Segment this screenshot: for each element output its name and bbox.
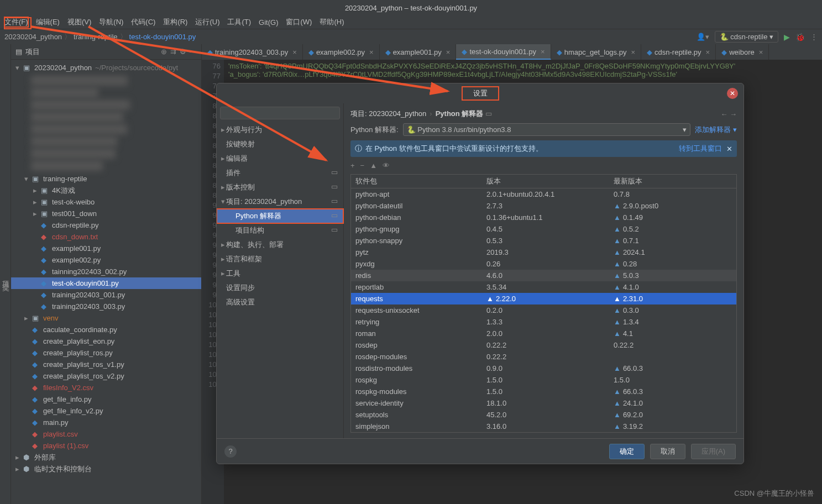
breadcrumb-item[interactable]: traning-reptile bbox=[74, 33, 127, 41]
tree-item[interactable]: ◆playlist.csv bbox=[11, 428, 201, 440]
apply-button[interactable]: 应用(A) bbox=[691, 444, 736, 459]
locate-icon[interactable]: ⊕ bbox=[161, 48, 167, 56]
menu-item[interactable]: 窗口(W) bbox=[286, 17, 312, 27]
tree-item[interactable]: ▸▣venv bbox=[11, 312, 201, 324]
tree-item[interactable]: ▸▣test-ok-weibo bbox=[11, 196, 201, 208]
tree-item[interactable]: ◆create_playlist_ros_v1.py bbox=[11, 359, 201, 370]
editor-tab[interactable]: ◆cdsn-reptile.py× bbox=[641, 44, 716, 60]
editor-tab[interactable]: ◆test-ok-douyin001.py× bbox=[456, 44, 551, 60]
tree-item[interactable]: ◆get_file_info.py bbox=[11, 393, 201, 405]
tree-item[interactable]: ◆playlist (1).csv bbox=[11, 440, 201, 452]
editor-tab[interactable]: ◆training202403_003.py× bbox=[202, 44, 303, 60]
editor-tab[interactable]: ◆weibore× bbox=[716, 44, 769, 60]
close-icon[interactable]: ✕ bbox=[727, 88, 738, 99]
tree-item[interactable]: ◆caculate_coordinate.py bbox=[11, 324, 201, 335]
menu-item[interactable]: 工具(T) bbox=[227, 17, 251, 27]
project-tree[interactable]: ▾▣20230204_python~/Projects/sourcecode/p… bbox=[11, 60, 201, 504]
tree-item[interactable]: ◆filesInfo_V2.csv bbox=[11, 382, 201, 393]
ok-button[interactable]: 确定 bbox=[609, 444, 645, 459]
help-icon[interactable]: ? bbox=[224, 445, 237, 458]
settings-subcategory[interactable]: 项目结构▭ bbox=[217, 223, 343, 238]
tree-item[interactable]: ▸▣test001_down bbox=[11, 208, 201, 219]
upgrade-pkg-icon[interactable]: ▲ bbox=[370, 161, 377, 170]
table-row[interactable]: redis4.6.0▲5.0.3 bbox=[351, 270, 736, 281]
table-row[interactable]: pytz2019.3▲2024.1 bbox=[351, 246, 736, 258]
show-early-icon[interactable]: 👁 bbox=[383, 161, 390, 170]
table-row[interactable]: python-snappy0.5.3▲0.7.1 bbox=[351, 235, 736, 246]
run-icon[interactable]: ▶ bbox=[784, 33, 790, 41]
editor-tab[interactable]: ◆example001.py× bbox=[380, 44, 457, 60]
table-row[interactable]: rospkg1.5.01.5.0 bbox=[351, 374, 736, 386]
settings-category[interactable]: ▸按键映射 bbox=[217, 137, 343, 151]
menu-item[interactable]: 文件(F) bbox=[4, 17, 28, 27]
settings-category[interactable]: ▸外观与行为 bbox=[217, 123, 343, 137]
table-row[interactable]: pyxdg0.26▲0.28 bbox=[351, 258, 736, 270]
settings-category[interactable]: ▸语言和框架 bbox=[217, 252, 343, 266]
settings-category[interactable]: ▸高级设置 bbox=[217, 295, 343, 309]
cancel-button[interactable]: 取消 bbox=[650, 444, 685, 459]
table-row[interactable]: rosdep-modules0.22.2 bbox=[351, 351, 736, 363]
interpreter-combo[interactable]: 🐍 Python 3.8 /usr/bin/python3.8▾ bbox=[403, 123, 691, 136]
menu-item[interactable]: 视图(V) bbox=[67, 17, 91, 27]
settings-subcategory[interactable]: Python 解释器▭ bbox=[217, 209, 343, 223]
debug-icon[interactable]: 🐞 bbox=[795, 33, 805, 41]
table-row[interactable]: simplejson3.16.0▲3.19.2 bbox=[351, 421, 736, 432]
settings-category[interactable]: ▸设置同步 bbox=[217, 281, 343, 295]
table-row[interactable]: rospkg-modules1.5.0▲66.0.3 bbox=[351, 386, 736, 397]
table-row[interactable]: service-identity18.1.0▲24.1.0 bbox=[351, 397, 736, 409]
settings-category[interactable]: ▸工具 bbox=[217, 266, 343, 281]
table-row[interactable]: reportlab3.5.34▲4.1.0 bbox=[351, 281, 736, 293]
breadcrumb-item[interactable]: test-ok-douyin001.py bbox=[129, 33, 198, 41]
banner-close-icon[interactable]: ✕ bbox=[726, 145, 732, 153]
settings-search-input[interactable] bbox=[220, 107, 340, 119]
tree-item[interactable]: ▸▣4K游戏 bbox=[11, 185, 201, 196]
tree-item[interactable]: ◆create_playlist_ros_v2.py bbox=[11, 370, 201, 382]
table-row[interactable]: roman2.0.0▲4.1 bbox=[351, 328, 736, 339]
package-table[interactable]: 软件包 版本 最新版本 python-apt2.0.1+ubuntu0.20.4… bbox=[350, 174, 737, 433]
tree-item[interactable]: ◆cdsn_down.txt bbox=[11, 231, 201, 243]
remove-pkg-icon[interactable]: − bbox=[360, 161, 365, 170]
menu-item[interactable]: 帮助(H) bbox=[320, 17, 344, 27]
menu-item[interactable]: 编辑(E) bbox=[36, 17, 60, 27]
settings-category[interactable]: ▸版本控制▭ bbox=[217, 180, 343, 195]
editor-tab[interactable]: ◆hmapc_get_logs.py× bbox=[551, 44, 641, 60]
menu-item[interactable]: 导航(N) bbox=[99, 17, 123, 27]
tree-item[interactable]: ▾▣traning-reptile bbox=[11, 173, 201, 185]
tree-item[interactable]: ◆main.py bbox=[11, 417, 201, 428]
tree-item[interactable]: ◆example001.py bbox=[11, 243, 201, 254]
menu-item[interactable]: 运行(U) bbox=[195, 17, 219, 27]
tree-item[interactable]: ◆example002.py bbox=[11, 254, 201, 266]
table-row[interactable]: requests▲2.22.0▲2.31.0 bbox=[351, 293, 736, 305]
menu-item[interactable]: Git(G) bbox=[259, 18, 278, 27]
table-row[interactable]: python-dateutil2.7.3▲2.9.0.post0 bbox=[351, 200, 736, 212]
tree-item[interactable]: ▾▣20230204_python~/Projects/sourcecode/p… bbox=[11, 62, 201, 74]
tree-item[interactable]: ▸⬢外部库 bbox=[11, 452, 201, 463]
table-row[interactable]: requests-unixsocket0.2.0▲0.3.0 bbox=[351, 305, 736, 316]
tree-item[interactable]: ◆test-ok-douyin001.py bbox=[11, 277, 201, 289]
tree-item[interactable]: ▸⬢临时文件和控制台 bbox=[11, 463, 201, 475]
table-row[interactable]: python-debian0.1.36+ubuntu1.1▲0.1.49 bbox=[351, 212, 736, 223]
add-pkg-icon[interactable]: + bbox=[350, 161, 355, 170]
tree-item[interactable]: ◆get_file_info_v2.py bbox=[11, 405, 201, 417]
run-config-selector[interactable]: 🐍 cdsn-reptile ▾ bbox=[715, 31, 778, 43]
settings-icon[interactable]: ⚙ bbox=[180, 48, 186, 56]
breadcrumb-item[interactable]: 20230204_python bbox=[4, 33, 71, 41]
editor-tab[interactable]: ◆example002.py× bbox=[303, 44, 380, 60]
menu-item[interactable]: 代码(C) bbox=[131, 17, 155, 27]
more-icon[interactable]: ⋮ bbox=[810, 33, 818, 41]
add-interpreter-link[interactable]: 添加解释器 ▾ bbox=[695, 125, 737, 135]
table-row[interactable]: rosdistro-modules0.9.0▲66.0.3 bbox=[351, 363, 736, 374]
tree-item[interactable]: ◆create_playlist_ros.py bbox=[11, 347, 201, 359]
settings-category[interactable]: ▸插件▭ bbox=[217, 166, 343, 180]
tree-item[interactable]: ◆training202403_003.py bbox=[11, 301, 201, 312]
collapse-icon[interactable]: ⇉ bbox=[170, 48, 176, 56]
table-row[interactable]: retrying1.3.3▲1.3.4 bbox=[351, 316, 736, 328]
banner-link[interactable]: 转到工具窗口 bbox=[679, 144, 722, 154]
tree-item[interactable]: ◆create_playlist_eon.py bbox=[11, 335, 201, 347]
user-icon[interactable]: 👤▾ bbox=[697, 33, 709, 41]
settings-category[interactable]: ▾项目: 20230204_python▭ bbox=[217, 195, 343, 209]
settings-category[interactable]: ▸编辑器 bbox=[217, 151, 343, 166]
table-row[interactable]: rosdep0.22.20.22.2 bbox=[351, 339, 736, 351]
table-row[interactable]: python-apt2.0.1+ubuntu0.20.4.10.7.8 bbox=[351, 188, 736, 200]
tree-item[interactable]: ◆tainning202403_002.py bbox=[11, 266, 201, 277]
